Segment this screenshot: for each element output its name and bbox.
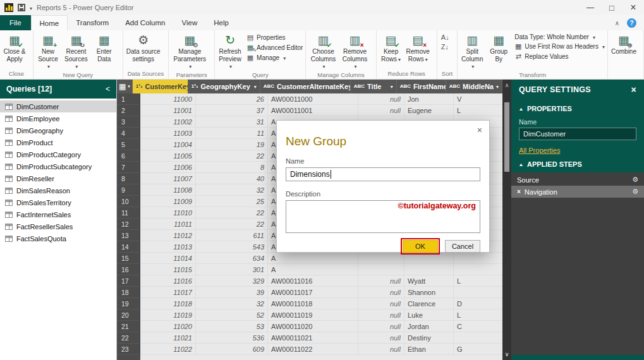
cell-firstname[interactable]: Destiny (404, 332, 454, 344)
ribbon-button[interactable]: ▤× RemoveRows (404, 31, 432, 64)
column-header[interactable]: ABC FirstName (397, 80, 446, 93)
cell-customerkey[interactable]: 11001 (140, 105, 196, 116)
maximize-icon[interactable] (601, 0, 623, 15)
cell-middlename[interactable]: L (454, 275, 502, 287)
cell-geographykey[interactable]: 32 (196, 298, 268, 309)
cell-geographykey[interactable]: 26 (196, 93, 268, 105)
help-icon[interactable] (627, 18, 636, 28)
properties-section-header[interactable]: PROPERTIES (511, 100, 644, 112)
query-list-item[interactable]: FactInternetSales (0, 208, 116, 220)
row-number[interactable]: 8 (117, 173, 140, 184)
column-header[interactable]: ABC Title (351, 80, 397, 93)
ribbon-tab[interactable]: File (0, 15, 31, 30)
query-name-input[interactable]: DimCustomer (519, 128, 636, 140)
cell-middlename[interactable]: L (454, 105, 502, 116)
cell-title[interactable]: null (358, 275, 404, 287)
cell-customerkey[interactable]: 11016 (140, 275, 196, 287)
filter-dropdown-icon[interactable] (496, 84, 499, 90)
cell-geographykey[interactable]: 543 (196, 241, 268, 253)
ribbon-button[interactable]: Z↓ (441, 43, 452, 51)
cell-customerkey[interactable]: 11008 (140, 184, 196, 196)
ribbon-button[interactable]: ⚙ Data sourcesettings (125, 31, 162, 64)
query-list-item[interactable]: DimEmployee (0, 112, 116, 124)
query-list-item[interactable]: DimSalesTerritory (0, 196, 116, 208)
cell-customeralternatekey[interactable]: AW00011021 (268, 332, 358, 344)
row-number[interactable]: 22 (117, 332, 140, 344)
column-header[interactable]: ABC MiddleNa (446, 80, 502, 93)
cell-customerkey[interactable]: 11014 (140, 253, 196, 264)
ribbon-tab[interactable]: View (174, 15, 206, 30)
ribbon-button[interactable]: ▦↻ RecentSources (61, 31, 91, 71)
cell-customerkey[interactable]: 11004 (140, 139, 196, 150)
cell-firstname[interactable]: Jordan (404, 321, 454, 332)
cell-customerkey[interactable]: 11009 (140, 196, 196, 207)
row-number[interactable]: 3 (117, 116, 140, 128)
cell-middlename[interactable]: C (454, 321, 502, 332)
cell-customerkey[interactable]: 11005 (140, 150, 196, 162)
query-list-item[interactable]: DimProductSubcategory (0, 160, 116, 172)
cell-firstname[interactable]: Shannon (404, 287, 454, 298)
row-number[interactable]: 19 (117, 298, 140, 309)
row-number[interactable]: 10 (117, 196, 140, 207)
ribbon-button[interactable]: ▦+ NewSource (35, 31, 61, 71)
applied-step[interactable]: Source (511, 174, 644, 186)
cell-title[interactable]: null (358, 105, 404, 116)
query-list-item[interactable]: FactResellerSales (0, 220, 116, 232)
cell-customerkey[interactable]: 11010 (140, 207, 196, 219)
ribbon-tab[interactable]: Home (31, 15, 68, 30)
query-list-item[interactable]: DimReseller (0, 172, 116, 184)
cell-customeralternatekey[interactable]: AW00011017 (268, 287, 358, 298)
delete-step-icon[interactable] (517, 188, 521, 195)
cell-geographykey[interactable]: 40 (196, 173, 268, 184)
query-list-item[interactable]: DimGeography (0, 124, 116, 136)
cell-customerkey[interactable]: 11013 (140, 241, 196, 253)
query-list-item[interactable]: FactSalesQuota (0, 232, 116, 244)
cell-customeralternatekey[interactable]: A (268, 264, 358, 275)
ribbon-button[interactable]: ▤✔ KeepRows (378, 31, 404, 64)
table-menu-button[interactable] (117, 80, 133, 93)
cell-customerkey[interactable]: 11019 (140, 309, 196, 321)
cell-geographykey[interactable]: 39 (196, 287, 268, 298)
ribbon-button[interactable]: ▥✔ ChooseColumns (307, 31, 339, 71)
collapse-panel-icon[interactable] (106, 85, 110, 93)
cell-firstname[interactable]: Jon (404, 93, 454, 105)
save-icon[interactable] (18, 4, 25, 11)
row-number[interactable]: 5 (117, 139, 140, 150)
cell-title[interactable]: null (358, 309, 404, 321)
row-number[interactable]: 16 (117, 264, 140, 275)
cell-geographykey[interactable]: 25 (196, 196, 268, 207)
cell-geographykey[interactable]: 31 (196, 116, 268, 128)
ribbon-button[interactable]: Data Type: Whole Number (514, 33, 605, 40)
row-number[interactable]: 4 (117, 128, 140, 139)
cell-geographykey[interactable]: 8 (196, 162, 268, 173)
cell-middlename[interactable]: D (454, 298, 502, 309)
cell-customeralternatekey[interactable]: AW00011020 (268, 321, 358, 332)
cell-customerkey[interactable]: 11000 (140, 93, 196, 105)
cell-customeralternatekey[interactable]: AW00011018 (268, 298, 358, 309)
close-window-icon[interactable] (623, 0, 644, 15)
applied-step[interactable]: Navigation (511, 186, 644, 198)
ribbon-button[interactable]: ▥× RemoveColumns (339, 31, 371, 71)
cell-geographykey[interactable]: 22 (196, 219, 268, 230)
row-number[interactable]: 6 (117, 150, 140, 162)
cell-firstname[interactable]: Wyatt (404, 275, 454, 287)
row-number[interactable]: 15 (117, 253, 140, 264)
ribbon-button[interactable]: ▦✔ Close &Apply (1, 31, 28, 64)
query-list-item[interactable]: DimSalesReason (0, 184, 116, 196)
column-header[interactable]: ABC CustomerAlternateKey (260, 80, 351, 93)
cell-title[interactable]: null (358, 298, 404, 309)
column-header[interactable]: 1²₃ GeographyKey (188, 80, 260, 93)
cell-title[interactable]: null (358, 287, 404, 298)
minimize-icon[interactable] (580, 0, 601, 15)
ribbon-tab[interactable]: Help (205, 15, 237, 30)
cell-geographykey[interactable]: 32 (196, 184, 268, 196)
ribbon-button[interactable]: ↻ RefreshPreview (216, 31, 244, 71)
cell-geographykey[interactable]: 536 (196, 332, 268, 344)
row-number[interactable]: 13 (117, 230, 140, 241)
scrollbar-thumb[interactable] (504, 102, 509, 172)
vertical-scrollbar[interactable] (502, 80, 511, 360)
cell-title[interactable]: null (358, 321, 404, 332)
row-number[interactable]: 23 (117, 344, 140, 355)
cell-geographykey[interactable]: 634 (196, 253, 268, 264)
row-number[interactable]: 18 (117, 287, 140, 298)
